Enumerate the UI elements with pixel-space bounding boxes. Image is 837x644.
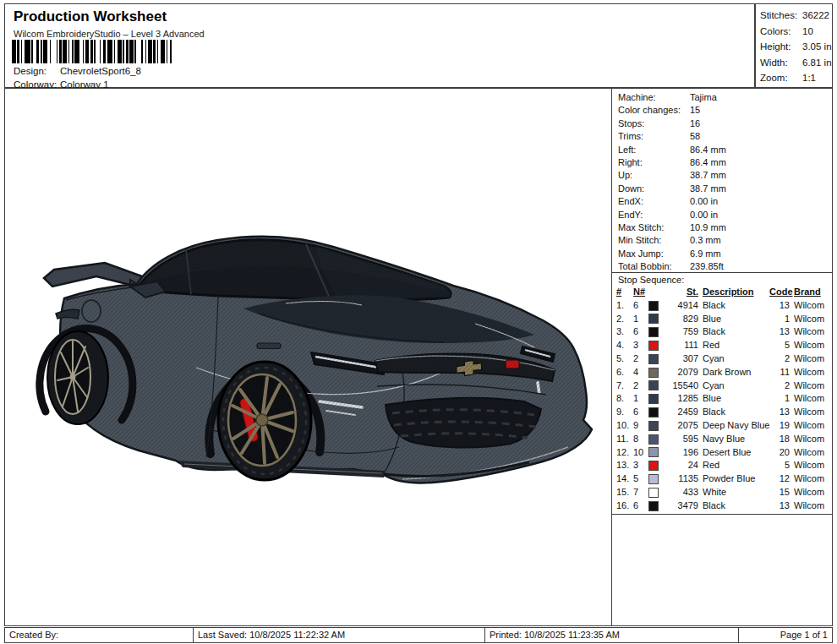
machine-info-row: EndY:0.00 in bbox=[618, 209, 832, 221]
seq-brand: Wilcom bbox=[790, 419, 832, 433]
seq-code: 11 bbox=[769, 366, 790, 379]
thread-color-swatch bbox=[648, 301, 659, 311]
seq-description: Black bbox=[698, 499, 769, 513]
stop-sequence-row: 6.42079Dark Brown11Wilcom bbox=[612, 366, 832, 379]
summary-row-label: Colors: bbox=[760, 24, 802, 40]
seq-brand: Wilcom bbox=[790, 366, 832, 379]
seq-description: Navy Blue bbox=[698, 433, 769, 446]
seq-num: 14. bbox=[616, 472, 633, 486]
thread-color-swatch bbox=[648, 447, 659, 457]
seq-stitches: 1135 bbox=[667, 472, 698, 486]
summary-row-label: Height: bbox=[760, 39, 802, 55]
machine-info-row: Max Stitch:10.9 mm bbox=[618, 221, 832, 234]
machine-info-row: Trims:58 bbox=[618, 130, 832, 143]
seq-stitches: 829 bbox=[667, 313, 698, 326]
thread-color-swatch bbox=[648, 354, 659, 364]
seq-num: 2. bbox=[616, 313, 633, 326]
seq-needle: 6 bbox=[633, 499, 648, 513]
machine-info-row-value: 86.4 mm bbox=[690, 157, 726, 167]
seq-num: 4. bbox=[616, 339, 633, 352]
seq-swatch-cell bbox=[648, 366, 667, 379]
machine-info-row-label: Stops: bbox=[618, 117, 690, 130]
footer-page-number: Page 1 of 1 bbox=[738, 627, 833, 643]
seq-swatch-cell bbox=[648, 313, 667, 326]
seq-needle: 6 bbox=[633, 406, 648, 419]
summary-row-value: 6.81 in bbox=[802, 57, 832, 68]
seq-stitches: 595 bbox=[667, 433, 698, 446]
stop-sequence-row: 9.62459Black13Wilcom bbox=[612, 406, 832, 419]
col-stitches: St. bbox=[667, 286, 698, 299]
machine-info-row: Down:38.7 mm bbox=[618, 183, 832, 195]
summary-row: Zoom:1:1 bbox=[760, 70, 832, 86]
seq-description: Black bbox=[698, 299, 769, 313]
stop-sequence-row: 13.324Red5Wilcom bbox=[612, 459, 832, 472]
seq-stitches: 196 bbox=[667, 446, 698, 460]
machine-info-row: Right:86.4 mm bbox=[618, 156, 832, 169]
thread-color-swatch bbox=[648, 474, 659, 484]
thread-color-swatch bbox=[648, 421, 659, 431]
seq-description: Cyan bbox=[698, 352, 769, 366]
summary-row: Height:3.05 in bbox=[760, 39, 832, 55]
design-summary-panel: Stitches:36222Colors:10Height:3.05 inWid… bbox=[755, 3, 833, 88]
software-subtitle: Wilcom EmbroideryStudio – Level 3 Advanc… bbox=[14, 29, 205, 39]
stop-sequence-row: 14.51135Powder Blue12Wilcom bbox=[612, 472, 832, 486]
seq-num: 10. bbox=[616, 419, 633, 433]
seq-brand: Wilcom bbox=[790, 339, 832, 352]
machine-info-row: Left:86.4 mm bbox=[618, 144, 832, 156]
seq-num: 15. bbox=[616, 486, 633, 499]
wheel-hub bbox=[256, 414, 268, 426]
design-value: ChevroletSport6_8 bbox=[60, 66, 141, 76]
seq-needle: 2 bbox=[633, 379, 648, 393]
stop-sequence-row: 8.11285Blue1Wilcom bbox=[612, 392, 832, 406]
worksheet-body: Machine:TajimaColor changes:15Stops:16Tr… bbox=[4, 88, 833, 626]
machine-info-row: Up:38.7 mm bbox=[618, 169, 832, 182]
seq-stitches: 1285 bbox=[667, 392, 698, 406]
machine-info-row-label: Machine: bbox=[618, 91, 690, 104]
thread-color-swatch bbox=[648, 501, 659, 511]
seq-brand: Wilcom bbox=[790, 379, 832, 393]
thread-color-swatch bbox=[648, 341, 659, 351]
machine-info-row: Stops:16 bbox=[618, 117, 832, 130]
seq-code: 2 bbox=[769, 379, 790, 393]
machine-info-row-value: 38.7 mm bbox=[690, 183, 726, 194]
seq-code: 15 bbox=[769, 486, 790, 499]
seq-code: 5 bbox=[769, 459, 790, 472]
machine-info-row-value: 86.4 mm bbox=[690, 145, 726, 155]
machine-info-row-label: Left: bbox=[618, 144, 690, 156]
seq-swatch-cell bbox=[648, 299, 667, 313]
seq-num: 1. bbox=[616, 299, 633, 313]
seq-swatch-cell bbox=[648, 352, 667, 366]
stop-sequence-row: 4.3111Red5Wilcom bbox=[612, 339, 832, 352]
summary-row-value: 1:1 bbox=[802, 73, 816, 83]
seq-num: 11. bbox=[616, 433, 633, 446]
seq-num: 8. bbox=[616, 392, 633, 406]
col-num: # bbox=[616, 286, 633, 299]
seq-needle: 10 bbox=[633, 446, 648, 460]
thread-color-swatch bbox=[648, 488, 659, 498]
seq-stitches: 3479 bbox=[667, 499, 698, 513]
machine-info-row-value: Tajima bbox=[690, 92, 717, 102]
stop-sequence-row: 1.64914Black13Wilcom bbox=[612, 299, 832, 313]
machine-info-row-label: EndY: bbox=[618, 209, 690, 221]
machine-info-row: Total Bobbin:239.85ft bbox=[618, 260, 832, 273]
seq-needle: 3 bbox=[633, 339, 648, 352]
col-brand: Brand bbox=[790, 286, 832, 299]
seq-needle: 7 bbox=[633, 486, 648, 499]
machine-info-row-value: 10.9 mm bbox=[690, 222, 726, 232]
seq-stitches: 2079 bbox=[667, 366, 698, 379]
machine-info-row-label: Up: bbox=[618, 169, 690, 182]
machine-info-row-label: Color changes: bbox=[618, 104, 690, 117]
seq-swatch-cell bbox=[648, 339, 667, 352]
stop-sequence-title: Stop Sequence: bbox=[612, 273, 832, 286]
seq-description: Blue bbox=[698, 392, 769, 406]
seq-needle: 5 bbox=[633, 472, 648, 486]
machine-info-row-label: Total Bobbin: bbox=[618, 260, 690, 273]
seq-description: Cyan bbox=[698, 379, 769, 393]
summary-row-label: Stitches: bbox=[760, 8, 802, 24]
seq-description: White bbox=[698, 486, 769, 499]
seq-num: 7. bbox=[616, 379, 633, 393]
seq-num: 5. bbox=[616, 352, 633, 366]
stop-sequence-endline bbox=[612, 514, 832, 515]
machine-info-row-value: 0.00 in bbox=[690, 196, 718, 206]
seq-needle: 2 bbox=[633, 352, 648, 366]
